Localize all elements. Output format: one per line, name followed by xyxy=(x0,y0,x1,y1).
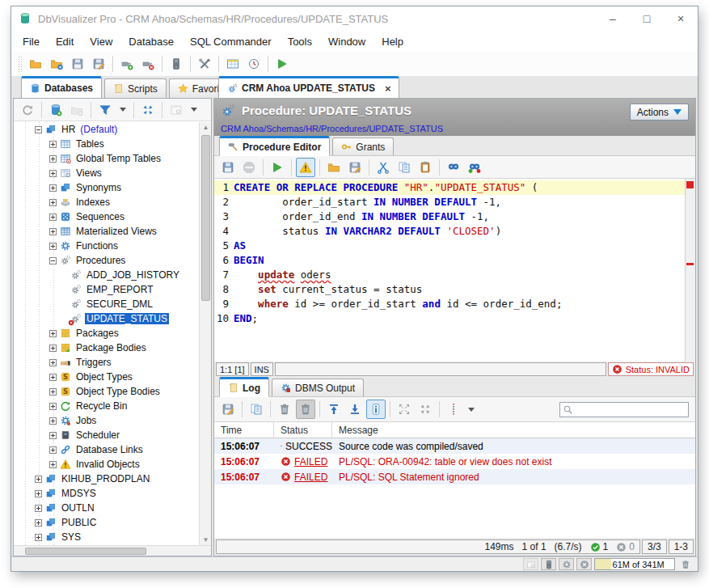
menu-edit[interactable]: Edit xyxy=(48,31,82,52)
close-button[interactable]: × xyxy=(664,6,698,31)
scroll-down-icon[interactable]: ▼ xyxy=(200,535,211,545)
clock-button[interactable] xyxy=(244,54,264,74)
collapse-icon[interactable] xyxy=(49,257,57,264)
folderadd-button[interactable] xyxy=(67,100,87,120)
tree-item-hr[interactable]: HR(Default) xyxy=(14,122,199,137)
info-button[interactable] xyxy=(366,400,386,419)
expand-icon[interactable] xyxy=(49,417,57,425)
tools-button[interactable] xyxy=(195,54,214,74)
expand-button[interactable] xyxy=(395,400,414,419)
warn-button[interactable] xyxy=(296,158,315,177)
tree-item-tables[interactable]: Tables xyxy=(14,137,199,151)
layout-button[interactable] xyxy=(523,558,538,570)
tree-item-add-job-history[interactable]: ADD_JOB_HISTORY xyxy=(14,268,199,282)
paste-button[interactable] xyxy=(416,158,435,177)
scroll-up-icon[interactable]: ▲ xyxy=(200,122,211,133)
expand-icon[interactable] xyxy=(49,155,57,163)
tree-item-mdsys[interactable]: MDSYS xyxy=(14,486,199,501)
run-button[interactable] xyxy=(272,54,292,74)
expand-icon[interactable] xyxy=(49,330,57,337)
tab-dbms-output[interactable]: DBMS Output xyxy=(272,379,364,396)
tree-item-triggers[interactable]: Triggers xyxy=(14,355,199,370)
tasks-button[interactable] xyxy=(559,558,574,570)
tree-item-materialized-views[interactable]: Materialized Views xyxy=(14,224,199,239)
tree-item-packages[interactable]: Packages xyxy=(14,326,199,341)
tree-item-emp-report[interactable]: EMP_REPORT xyxy=(14,282,199,297)
tree-item-procedures[interactable]: Procedures xyxy=(14,253,199,268)
tree-horizontal-scrollbar[interactable] xyxy=(14,545,211,556)
trash-button[interactable] xyxy=(275,400,294,419)
tree-item-recycle-bin[interactable]: Recycle Bin xyxy=(14,399,199,413)
expand-icon[interactable] xyxy=(49,243,57,250)
column-status[interactable]: Status xyxy=(274,422,332,438)
sql-editor[interactable]: 1CREATE OR REPLACE PROCEDURE "HR"."UPDAT… xyxy=(214,179,695,362)
expand-icon[interactable] xyxy=(49,345,57,352)
expand-icon[interactable] xyxy=(35,490,42,497)
tree-item-outln[interactable]: OUTLN xyxy=(14,501,199,515)
grid-button[interactable] xyxy=(223,54,243,74)
expand-icon[interactable] xyxy=(49,184,57,192)
expand-icon[interactable] xyxy=(49,228,57,235)
menu-database[interactable]: Database xyxy=(120,31,182,52)
insert-mode[interactable]: INS xyxy=(251,362,273,376)
garbage-collect-button[interactable] xyxy=(677,558,693,570)
tab-scripts[interactable]: Scripts xyxy=(104,78,167,98)
menu-view[interactable]: View xyxy=(82,31,120,52)
funnel-button[interactable] xyxy=(95,100,115,120)
log-search-input[interactable] xyxy=(573,404,686,415)
expand-icon[interactable] xyxy=(49,432,57,439)
collapsegray-button[interactable] xyxy=(416,400,435,419)
refresh-button[interactable] xyxy=(18,100,37,120)
maximize-button[interactable]: □ xyxy=(630,6,664,31)
error-marker[interactable] xyxy=(686,181,694,188)
menu-sql-commander[interactable]: SQL Commander xyxy=(182,31,280,52)
code-area[interactable]: 1CREATE OR REPLACE PROCEDURE "HR"."UPDAT… xyxy=(214,179,685,362)
tree-item-kihub-prodplan[interactable]: KIHUB_PRODPLAN xyxy=(14,472,199,486)
expand-icon[interactable] xyxy=(49,199,57,206)
column-message[interactable]: Message xyxy=(332,422,695,438)
scrollbar-thumb[interactable] xyxy=(25,548,146,555)
tree-item-sys[interactable]: SYS xyxy=(14,530,199,544)
copy-button[interactable] xyxy=(395,158,414,177)
scrollbar-thumb[interactable] xyxy=(201,135,210,301)
tree-item-jobs[interactable]: Jobs xyxy=(14,413,199,428)
tree-item-database-links[interactable]: Database Links xyxy=(14,442,199,457)
tab-close-icon[interactable]: × xyxy=(385,82,391,95)
log-row[interactable]: 15:06:07SUCCESSSource code was compiled/… xyxy=(214,438,695,454)
column-time[interactable]: Time xyxy=(214,422,274,438)
expand-icon[interactable] xyxy=(35,519,42,527)
expand-icon[interactable] xyxy=(49,461,57,468)
tree-item-public[interactable]: PUBLIC xyxy=(14,515,199,530)
tree-item-synonyms[interactable]: Synonyms xyxy=(14,180,199,195)
connections-button[interactable] xyxy=(541,558,556,570)
findrep-button[interactable] xyxy=(465,158,484,177)
tobottom-button[interactable] xyxy=(345,400,365,419)
menu-help[interactable]: Help xyxy=(373,31,411,52)
tab-object[interactable]: CRM Ahoa UPDATE_STATUS × xyxy=(218,76,399,98)
tree-item-scheduler[interactable]: Scheduler xyxy=(14,428,199,442)
expand-icon[interactable] xyxy=(49,403,57,410)
tree-item-invalid-objects[interactable]: Invalid Objects xyxy=(14,457,199,472)
expand-icon[interactable] xyxy=(49,214,57,221)
collapse-icon[interactable] xyxy=(35,126,42,133)
error-stripe[interactable] xyxy=(685,179,695,362)
tab-procedure-editor[interactable]: Procedure Editor xyxy=(219,136,330,156)
toolbar-grip[interactable] xyxy=(18,56,22,72)
log-search[interactable] xyxy=(559,402,689,417)
log-row[interactable]: 15:06:07FAILEDPL/SQL: SQL Statement igno… xyxy=(214,469,695,484)
dbadd-button[interactable] xyxy=(46,100,65,120)
server-button[interactable] xyxy=(167,54,186,74)
tree-item-update-status[interactable]: UPDATE_STATUS xyxy=(14,311,199,326)
cancel-button[interactable] xyxy=(576,558,592,570)
folder-button[interactable] xyxy=(26,54,45,74)
tab-grants[interactable]: Grants xyxy=(332,137,394,155)
totop-button[interactable] xyxy=(324,400,344,419)
cut-button[interactable] xyxy=(373,158,393,177)
find-button[interactable] xyxy=(444,158,463,177)
expand-icon[interactable] xyxy=(49,141,57,148)
expand-icon[interactable] xyxy=(35,505,42,512)
expand-icon[interactable] xyxy=(49,359,57,366)
connect-button[interactable] xyxy=(117,54,137,74)
folder-button[interactable] xyxy=(324,158,344,177)
tree-item-global-temp-tables[interactable]: Global Temp Tables xyxy=(14,151,199,166)
